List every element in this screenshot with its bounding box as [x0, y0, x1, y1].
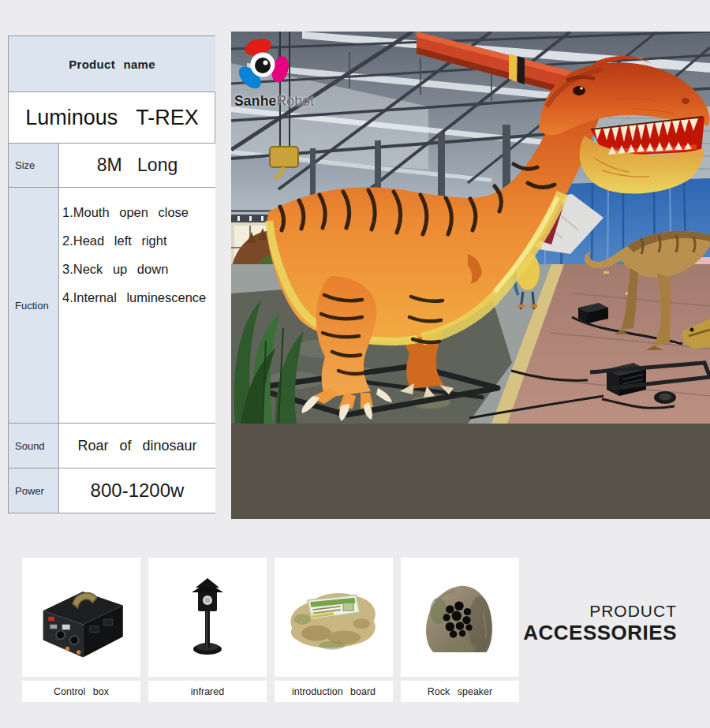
size-label: Size: [9, 144, 59, 188]
accessories-heading-line1: PRODUCT: [458, 601, 677, 621]
trex-eye: [573, 86, 585, 95]
infrared-sensor-icon: [164, 571, 251, 664]
function-list: 1.Mouth open close 2.Head left right 3.N…: [59, 188, 215, 424]
accessory-label: infrared: [148, 681, 267, 702]
brand-logo: SanheRobot: [233, 35, 335, 98]
hazard-stripe: [518, 56, 525, 84]
spec-table: Product name Luminous T-REX Size 8M Long…: [8, 35, 215, 513]
accessory-label: Rock speaker: [401, 681, 519, 702]
function-label: Fuction: [9, 188, 59, 424]
accessories-heading: PRODUCT ACCESSORIES: [458, 601, 677, 644]
power-label: Power: [9, 469, 59, 513]
accessory-label: Control box: [22, 681, 140, 702]
accessory-image-introduction-board: [275, 558, 393, 677]
accessory-label: introduction board: [275, 681, 393, 702]
function-item: 3.Neck up down: [62, 255, 168, 283]
accessory-image-infrared: [148, 558, 267, 677]
function-item: 4.Internal luminescence: [62, 283, 206, 312]
spec-header: Product name: [9, 36, 215, 92]
function-item: 1.Mouth open close: [62, 198, 189, 226]
power-value: 800-1200w: [59, 469, 215, 513]
brand-name: SanheRobot: [234, 93, 314, 110]
function-item: 2.Head left right: [62, 226, 166, 255]
hazard-stripe: [509, 54, 517, 82]
control-box-icon: [29, 574, 133, 661]
photo-bottom-bar: [231, 424, 710, 519]
sound-value: Roar of dinosaur: [59, 424, 215, 469]
pinwheel-eye-icon: [233, 35, 293, 95]
brand-name-second: Robot: [277, 93, 315, 109]
accessory-image-control-box: [22, 558, 140, 677]
brand-name-first: Sanhe: [234, 93, 277, 109]
accessories-heading-line2: ACCESSORIES: [458, 621, 677, 644]
size-value: 8M Long: [59, 144, 215, 188]
sound-label: Sound: [9, 424, 59, 469]
introduction-board-icon: [282, 574, 386, 661]
trex-nostril: [682, 98, 689, 104]
product-photo: SanheRobot: [231, 32, 710, 519]
product-name: Luminous T-REX: [9, 92, 215, 144]
